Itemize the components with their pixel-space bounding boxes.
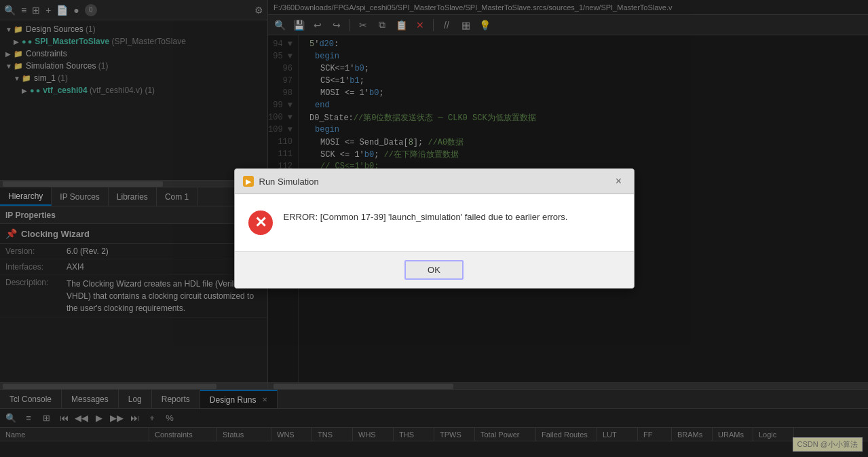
modal-titlebar: ▶ Run Simulation × [235, 169, 634, 194]
modal-title-text: Run Simulation [259, 177, 319, 187]
modal-title-left: ▶ Run Simulation [243, 176, 319, 187]
modal-overlay: ▶ Run Simulation × ✕ ERROR: [Common 17-3… [0, 0, 868, 457]
modal-error-message: ERROR: [Common 17-39] 'launch_simulation… [284, 211, 568, 224]
run-simulation-dialog: ▶ Run Simulation × ✕ ERROR: [Common 17-3… [234, 168, 635, 289]
modal-close-button[interactable]: × [612, 175, 626, 188]
modal-error-icon: ✕ [248, 211, 273, 235]
modal-title-icon: ▶ [243, 176, 254, 187]
modal-ok-button[interactable]: OK [404, 260, 464, 280]
modal-body: ✕ ERROR: [Common 17-39] 'launch_simulati… [235, 194, 634, 251]
modal-footer: OK [235, 251, 634, 288]
